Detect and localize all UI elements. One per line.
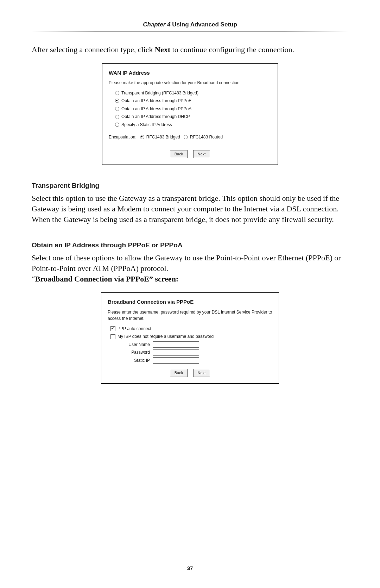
wan-panel-heading: WAN IP Address [109, 69, 271, 77]
wan-option-transparent[interactable]: Transparent Bridging (RFC1483 Bridged) [115, 90, 271, 97]
open-quote-icon [32, 274, 35, 283]
ppp-auto-label: PPP auto connect [118, 326, 151, 332]
username-row: User Name [108, 341, 272, 348]
pppoe-paragraph-text: Select one of these options to allow the… [32, 253, 341, 273]
wan-ip-panel: WAN IP Address Please make the appropria… [102, 63, 278, 165]
wan-option-pppoa[interactable]: Obtain an IP Address through PPPoA [115, 106, 271, 112]
password-row: Password [108, 349, 272, 356]
pppoe-caption: Broadband Connection via PPPoE” screen: [35, 274, 178, 283]
ppp-auto-connect[interactable]: PPP auto connect [110, 326, 272, 332]
wan-option-dhcp[interactable]: Obtain an IP Address through DHCP [115, 113, 271, 120]
transparent-bridging-paragraph: Select this option to use the Gateway as… [32, 193, 348, 224]
password-input[interactable] [153, 349, 199, 356]
radio-icon [115, 115, 119, 119]
header-rule [32, 31, 348, 32]
wan-screenshot: WAN IP Address Please make the appropria… [32, 63, 348, 165]
page-number: 37 [0, 565, 380, 571]
pppoe-heading: Obtain an IP Address through PPPoE or PP… [32, 241, 348, 249]
back-button[interactable]: Back [170, 150, 188, 158]
wan-option-pppoe[interactable]: Obtain an IP Address through PPPoE [115, 98, 271, 104]
pppoe-panel-description: Please enter the username, password requ… [108, 309, 272, 322]
intro-pre: After selecting a connection type, click [32, 45, 155, 54]
chapter-title: Using Advanced Setup [171, 21, 237, 28]
radio-icon [115, 91, 119, 95]
username-input[interactable] [153, 341, 199, 348]
pppoe-panel: Broadband Connection via PPPoE Please en… [101, 292, 279, 383]
username-label: User Name [108, 341, 153, 348]
intro-paragraph: After selecting a connection type, click… [32, 44, 348, 55]
radio-icon [184, 135, 188, 139]
radio-selected-icon [140, 135, 144, 139]
pppoe-button-row: Back Next [108, 369, 272, 377]
isp-no-credentials[interactable]: My ISP does not require a username and p… [110, 333, 272, 340]
page-header: Chapter 4 Using Advanced Setup [32, 21, 348, 28]
staticip-label: Static IP [108, 357, 153, 364]
pppoe-panel-heading: Broadband Connection via PPPoE [108, 298, 272, 306]
radio-icon [115, 107, 119, 111]
staticip-row: Static IP [108, 357, 272, 364]
encaps-option-label: RFC1483 Routed [190, 134, 223, 141]
checkbox-icon [110, 334, 115, 339]
chapter-label: Chapter 4 [143, 21, 170, 28]
checkbox-checked-icon [110, 326, 115, 331]
isp-no-credentials-label: My ISP does not require a username and p… [118, 333, 214, 340]
wan-panel-description: Please make the appropriate selection fo… [109, 80, 271, 86]
pppoe-paragraph: Select one of these options to allow the… [32, 253, 348, 284]
transparent-bridging-heading: Transparent Bridging [32, 182, 348, 190]
encaps-bridged[interactable]: RFC1483 Bridged [140, 134, 180, 141]
password-label: Password [108, 349, 153, 356]
intro-bold: Next [155, 45, 170, 54]
radio-selected-icon [115, 99, 119, 103]
wan-option-label: Transparent Bridging (RFC1483 Bridged) [121, 90, 198, 97]
wan-option-label: Obtain an IP Address through DHCP [121, 113, 190, 120]
document-page: Chapter 4 Using Advanced Setup After sel… [0, 0, 380, 588]
radio-icon [115, 123, 119, 127]
staticip-input[interactable] [153, 357, 199, 364]
wan-option-static[interactable]: Specify a Static IP Address [115, 122, 271, 128]
intro-post: to continue configuring the connection. [170, 45, 294, 54]
encaps-option-label: RFC1483 Bridged [146, 134, 180, 141]
wan-options-group: Transparent Bridging (RFC1483 Bridged) O… [115, 90, 271, 128]
encaps-routed[interactable]: RFC1483 Routed [184, 134, 223, 141]
pppoe-screenshot: Broadband Connection via PPPoE Please en… [32, 292, 348, 383]
wan-option-label: Obtain an IP Address through PPPoE [121, 98, 191, 104]
encapsulation-row: Encapsulation: RFC1483 Bridged RFC1483 R… [109, 132, 271, 142]
encapsulation-label: Encapsulation: [109, 134, 137, 141]
next-button[interactable]: Next [193, 150, 210, 158]
back-button[interactable]: Back [170, 369, 188, 377]
wan-option-label: Obtain an IP Address through PPPoA [121, 106, 191, 112]
wan-option-label: Specify a Static IP Address [121, 122, 172, 128]
next-button[interactable]: Next [193, 369, 210, 377]
wan-button-row: Back Next [109, 150, 271, 158]
